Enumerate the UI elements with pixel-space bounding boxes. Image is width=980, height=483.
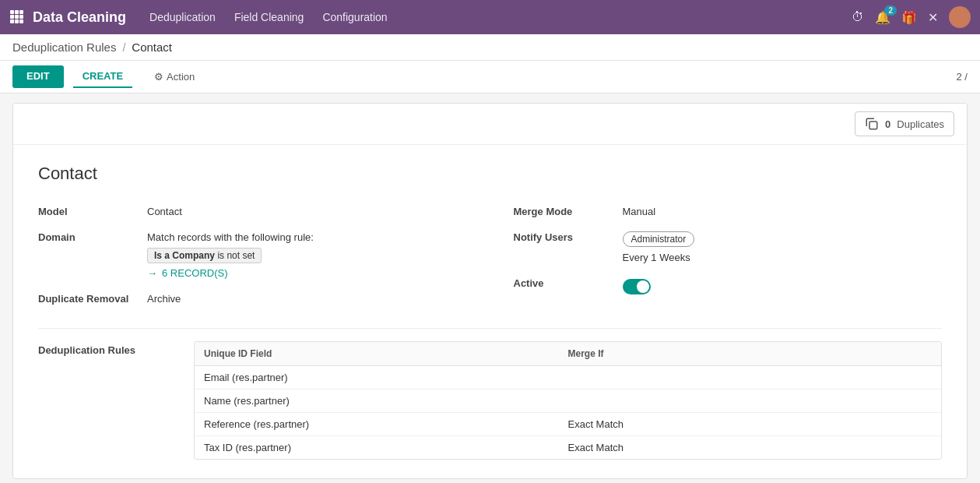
svg-rect-7 <box>15 19 19 23</box>
every-label: Every <box>623 252 648 263</box>
records-link[interactable]: → 6 RECORD(S) <box>147 267 467 279</box>
page-nav: 2 / <box>957 71 968 83</box>
duplicates-count: 0 <box>885 118 890 130</box>
model-row: Model Contact <box>38 203 467 217</box>
duplicates-label: Duplicates <box>897 118 944 130</box>
toggle-circle <box>637 280 649 293</box>
breadcrumb-parent[interactable]: Deduplication Rules <box>12 41 116 54</box>
cell-merge-1 <box>568 395 933 407</box>
active-row: Active <box>514 274 943 297</box>
svg-rect-4 <box>15 15 19 19</box>
model-value: Contact <box>147 203 467 217</box>
nav-field-cleaning[interactable]: Field Cleaning <box>234 11 304 23</box>
main-card: 0 Duplicates Contact Model Contact Domai… <box>12 103 968 479</box>
every-value: 1 <box>651 252 656 263</box>
cell-unique-0: Email (res.partner) <box>204 372 568 383</box>
svg-rect-5 <box>19 15 23 19</box>
action-label: Action <box>167 71 195 83</box>
record-title: Contact <box>38 164 942 184</box>
bell-icon[interactable]: 🔔2 <box>875 10 890 25</box>
edit-button[interactable]: EDIT <box>12 65 64 88</box>
svg-rect-1 <box>15 10 19 14</box>
records-count[interactable]: 6 RECORD(S) <box>162 267 228 279</box>
merge-mode-value: Manual <box>623 203 943 217</box>
nav-configuration[interactable]: Configuration <box>322 11 387 23</box>
nav-links: Deduplication Field Cleaning Configurati… <box>149 11 852 23</box>
breadcrumb-current: Contact <box>132 41 172 54</box>
domain-row: Domain Match records with the following … <box>38 228 467 279</box>
cell-merge-0 <box>568 372 933 383</box>
dup-removal-label: Duplicate Removal <box>38 290 147 305</box>
cell-unique-2: Reference (res.partner) <box>204 418 568 430</box>
table-row: Reference (res.partner) Exact Match <box>195 413 941 436</box>
svg-rect-8 <box>19 19 23 23</box>
domain-field: Is a Company <box>154 250 215 261</box>
domain-description: Match records with the following rule: <box>147 231 467 243</box>
action-menu[interactable]: ⚙ Action <box>154 71 195 83</box>
merge-mode-label: Merge Mode <box>514 203 623 217</box>
table-row: Tax ID (res.partner) Exact Match <box>195 436 941 459</box>
action-bar: EDIT CREATE ⚙ Action 2 / <box>0 61 980 93</box>
cell-merge-2: Exact Match <box>568 418 933 430</box>
breadcrumb-separator: / <box>122 41 125 54</box>
cell-merge-3: Exact Match <box>568 442 933 453</box>
notify-users-label: Notify Users <box>514 228 623 243</box>
gift-icon[interactable]: 🎁 <box>901 10 917 25</box>
card-header: 0 Duplicates <box>13 104 967 145</box>
duplicates-button[interactable]: 0 Duplicates <box>855 111 954 136</box>
nav-deduplication[interactable]: Deduplication <box>149 11 216 23</box>
form-right: Merge Mode Manual Notify Users Administr… <box>514 203 943 316</box>
dedup-rules-table: Unique ID Field Merge If Email (res.part… <box>194 341 942 460</box>
gear-icon: ⚙ <box>154 71 163 83</box>
dedup-rules-row: Deduplication Rules Unique ID Field Merg… <box>38 341 942 460</box>
notify-badge: Administrator <box>623 231 695 247</box>
notify-users-value: Administrator Every 1 Weeks <box>623 228 943 263</box>
app-title: Data Cleaning <box>33 9 126 26</box>
dedup-rules-label: Deduplication Rules <box>38 341 147 460</box>
cell-unique-3: Tax ID (res.partner) <box>204 442 568 453</box>
domain-tag: Is a Company is not set <box>147 248 262 263</box>
domain-value: Match records with the following rule: I… <box>147 228 467 279</box>
top-nav: Data Cleaning Deduplication Field Cleani… <box>0 0 980 34</box>
svg-rect-2 <box>19 10 23 14</box>
every-line: Every 1 Weeks <box>623 252 943 263</box>
active-label: Active <box>514 274 623 289</box>
model-label: Model <box>38 203 147 217</box>
svg-rect-0 <box>10 10 14 14</box>
dup-removal-value: Archive <box>147 290 467 305</box>
table-row: Email (res.partner) <box>195 366 941 390</box>
form-left: Model Contact Domain Match records with … <box>38 203 467 316</box>
grid-icon[interactable] <box>9 9 23 26</box>
main-content: 0 Duplicates Contact Model Contact Domai… <box>0 93 980 483</box>
notification-badge: 2 <box>884 5 897 16</box>
divider <box>38 328 942 329</box>
svg-rect-9 <box>869 122 877 129</box>
active-toggle-container <box>623 274 943 297</box>
nav-actions: ⏱ 🔔2 🎁 ✕ <box>852 6 971 28</box>
col-header-merge: Merge If <box>568 348 933 359</box>
domain-condition: is not set <box>217 250 255 261</box>
form-section: Model Contact Domain Match records with … <box>38 203 942 316</box>
table-row: Name (res.partner) <box>195 390 941 413</box>
cell-unique-1: Name (res.partner) <box>204 395 568 407</box>
active-toggle[interactable] <box>623 279 651 294</box>
every-unit: Weeks <box>659 252 690 263</box>
avatar[interactable] <box>949 6 971 28</box>
svg-rect-3 <box>10 15 14 19</box>
svg-rect-6 <box>10 19 14 23</box>
domain-label: Domain <box>38 228 147 243</box>
breadcrumb-bar: Deduplication Rules / Contact <box>0 34 980 61</box>
records-arrow: → <box>147 267 157 279</box>
merge-mode-row: Merge Mode Manual <box>514 203 943 217</box>
create-button[interactable]: CREATE <box>73 65 132 88</box>
card-body: Contact Model Contact Domain Match recor… <box>13 145 967 478</box>
close-icon[interactable]: ✕ <box>928 10 938 25</box>
clock-icon[interactable]: ⏱ <box>852 10 864 24</box>
notify-users-row: Notify Users Administrator Every 1 Weeks <box>514 228 943 263</box>
col-header-unique: Unique ID Field <box>204 348 568 359</box>
dup-removal-row: Duplicate Removal Archive <box>38 290 467 305</box>
table-header: Unique ID Field Merge If <box>195 342 941 366</box>
